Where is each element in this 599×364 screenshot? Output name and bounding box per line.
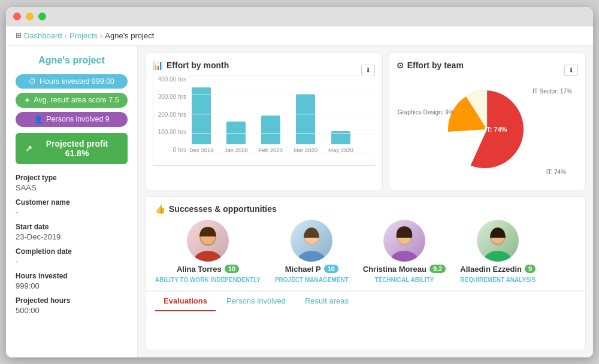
y-label-0: 0 hrs [153, 147, 186, 153]
titlebar [6, 7, 593, 26]
y-label-400: 400.00 hrs [153, 76, 186, 83]
person-name-alina: Alina Torres 10 [177, 265, 239, 274]
avatar-allaedin [477, 220, 519, 262]
effort-by-team-card: ⊙ Effort by team ⬇ [389, 53, 586, 190]
grid-line-0 [189, 153, 375, 153]
legend-it-sector: IT Sector: 17% [533, 88, 572, 95]
successes-section: 👍 Successes & opportunities Alina Torres… [146, 197, 585, 291]
persons-row: Alina Torres 10 ABILITY TO WORK INDEPEND… [155, 220, 576, 283]
michael-score: 10 [324, 265, 338, 273]
hours-invested-label: Hours invested 999:00 [40, 77, 114, 86]
tabs-bar: Evaluations Persons involved Result area… [146, 291, 585, 311]
bottom-area: 👍 Successes & opportunities Alina Torres… [145, 196, 586, 350]
allaedin-score: 9 [525, 265, 536, 273]
pie-center-label: IT: 74% [485, 126, 508, 133]
completion-date-label: Completion date [16, 247, 128, 256]
customer-name-label: Customer name [16, 198, 128, 207]
minimize-button[interactable] [26, 13, 34, 20]
fullscreen-button[interactable] [38, 13, 46, 20]
avatar-michael [291, 220, 332, 262]
allaedin-name: Allaedin Ezzedin [460, 265, 522, 274]
bar-jan2020: Jan 2020 [225, 122, 248, 153]
breadcrumb-projects[interactable]: Projects [69, 31, 98, 40]
legend-graphics: Graphics Design: 9% [398, 109, 454, 116]
bar-mar2020-rect [296, 94, 315, 144]
breadcrumb: ⊞ Dashboard › Projects › Agne's project [6, 26, 593, 46]
christina-score: 9.2 [429, 265, 446, 273]
grid-line-400 [189, 75, 375, 76]
breadcrumb-sep1: › [65, 31, 67, 40]
app-window: ⊞ Dashboard › Projects › Agne's project … [6, 7, 593, 357]
projected-hours-value: 500:00 [16, 306, 128, 315]
completion-date-value: - [16, 257, 128, 266]
grid-line-100 [189, 134, 375, 134]
christina-name: Christina Moreau [363, 265, 426, 274]
tab-result-areas[interactable]: Result areas [297, 292, 357, 311]
pie-chart-svg: IT: 74% [427, 81, 547, 177]
bar-chart: 0 hrs 100.00 hrs 200.00 hrs 300.00 hrs 4… [153, 76, 375, 166]
grid-line-300 [189, 95, 375, 95]
person-name-michael: Michael P 10 [285, 265, 338, 274]
person-card-allaedin: Allaedin Ezzedin 9 REQUIREMENT ANALYSIS [460, 220, 536, 283]
effort-by-month-title: 📊 Effort by month [153, 60, 229, 70]
main-content: Agne's project ⏱ Hours invested 999:00 ✦… [6, 46, 593, 357]
michael-name: Michael P [285, 265, 321, 274]
successes-title: 👍 Successes & opportunities [155, 204, 576, 214]
alina-skill: ABILITY TO WORK INDEPENDENTLY [155, 277, 261, 283]
sidebar: Agne's project ⏱ Hours invested 999:00 ✦… [6, 46, 138, 357]
christina-skill: TECHNICAL ABILITY [375, 277, 434, 283]
person-name-allaedin: Allaedin Ezzedin 9 [460, 265, 536, 274]
person-name-christina: Christina Moreau 9.2 [363, 265, 446, 274]
projected-profit-label: Projected profit 61.8% [36, 139, 118, 158]
download-team-button[interactable]: ⬇ [564, 65, 578, 76]
person-card-christina: Christina Moreau 9.2 TECHNICAL ABILITY [363, 220, 446, 283]
bar-dec2019: Dec 2019 [189, 87, 214, 153]
projected-profit-card: ↗ Projected profit 61.8% [16, 133, 128, 164]
pie-icon: ⊙ [397, 60, 404, 70]
avatar-alina [187, 220, 229, 262]
bar-feb2020: Feb 2020 [259, 116, 283, 153]
person-icon: 👤 [34, 115, 43, 124]
y-label-300: 300.00 hrs [153, 93, 186, 100]
svg-point-4 [297, 251, 326, 262]
project-info: Project type SAAS Customer name - Start … [16, 174, 128, 315]
projected-hours-label: Projected hours [16, 296, 128, 305]
avatar-christina [383, 220, 425, 262]
bar-chart-icon: 📊 [153, 60, 163, 70]
effort-by-month-card: 📊 Effort by month ⬇ 0 hrs 100.00 hrs 200… [145, 53, 383, 190]
avg-result-label: Avg. result area score 7.5 [34, 96, 119, 104]
close-button[interactable] [13, 13, 21, 20]
bar-jan2020-rect [226, 122, 246, 144]
tab-evaluations[interactable]: Evaluations [155, 292, 216, 311]
star-icon: ✦ [24, 96, 31, 105]
bar-may2020: May 2020 [328, 131, 353, 153]
project-type-label: Project type [16, 174, 128, 182]
avg-result-badge: ✦ Avg. result area score 7.5 [16, 93, 128, 108]
start-date-value: 23-Dec-2019 [16, 232, 128, 241]
svg-point-10 [483, 251, 512, 262]
trend-up-icon: ↗ [25, 144, 32, 153]
hours-invested-badge: ⏱ Hours invested 999:00 [16, 74, 128, 89]
tab-persons-involved[interactable]: Persons involved [218, 292, 294, 311]
persons-involved-badge: 👤 Persons involved 9 [16, 112, 128, 127]
grid-icon: ⊞ [16, 31, 22, 40]
pie-chart-area: IT: 74% IT Sector: 17% Graphics Design: … [397, 76, 578, 183]
top-charts: 📊 Effort by month ⬇ 0 hrs 100.00 hrs 200… [145, 53, 586, 190]
download-effort-button[interactable]: ⬇ [361, 65, 375, 76]
y-label-200: 200.00 hrs [153, 111, 186, 118]
michael-skill: PROJECT MANAGEMENT [275, 277, 349, 283]
right-content: 📊 Effort by month ⬇ 0 hrs 100.00 hrs 200… [138, 46, 593, 357]
start-date-label: Start date [16, 223, 128, 231]
svg-point-7 [390, 251, 419, 262]
breadcrumb-sep2: › [100, 31, 102, 40]
breadcrumb-dashboard[interactable]: Dashboard [24, 31, 62, 40]
legend-it: IT: 74% [546, 169, 566, 175]
bar-mar2020: Mar 2020 [294, 94, 317, 153]
alina-score: 10 [225, 265, 239, 273]
alina-name: Alina Torres [177, 265, 222, 274]
customer-name-value: - [16, 208, 128, 217]
y-label-100: 100.00 hrs [153, 129, 186, 135]
y-axis-labels: 0 hrs 100.00 hrs 200.00 hrs 300.00 hrs 4… [153, 76, 186, 165]
thumbs-up-icon: 👍 [155, 204, 165, 214]
bar-feb2020-rect [261, 116, 280, 144]
